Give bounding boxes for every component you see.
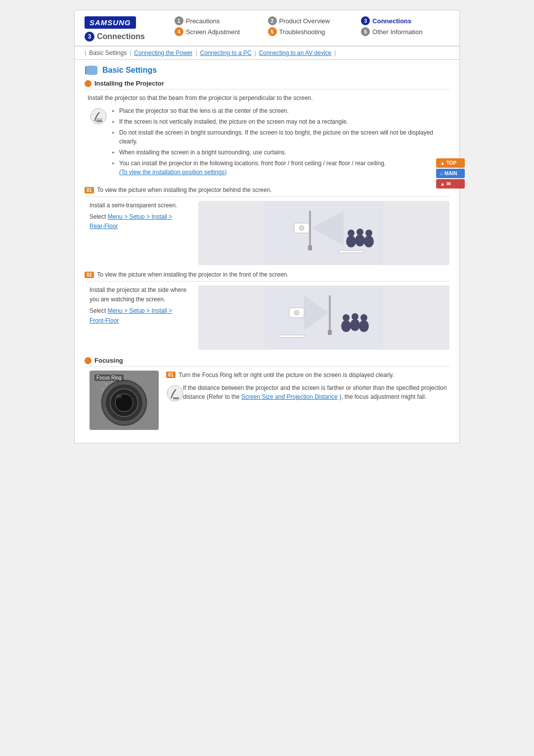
section-name: Connections — [97, 32, 145, 41]
installing-projector-title: Installing the Projector — [94, 80, 164, 87]
tip1-diagram — [198, 201, 449, 265]
nav-num-4: 4 — [175, 27, 183, 36]
nav-item-other-info[interactable]: 6 Other Information — [361, 27, 449, 36]
installing-projector-section: Installing the Projector Install the pro… — [85, 80, 449, 179]
focus-note-text: If the distance between the projector an… — [183, 383, 449, 401]
page-title: Basic Settings — [102, 66, 157, 75]
breadcrumb-sep-end: | — [334, 49, 336, 56]
tip1-badge: 01 — [85, 187, 94, 193]
tip1-desc-line1: Install a semi-transparent screen. — [89, 201, 188, 210]
tip2-desc-line1: Install the projector at the side where … — [89, 285, 188, 304]
tip1-content: Install a semi-transparent screen. Selec… — [89, 201, 449, 265]
focusing-section: Focusing Focus Ring — [85, 357, 449, 430]
installing-projector-header: Installing the Projector — [85, 80, 449, 90]
breadcrumb-basic-settings[interactable]: Basic Settings — [89, 49, 127, 56]
nav-label-4: Screen Adjustment — [186, 28, 240, 36]
focus-tip-main: 01 Turn the Focus Ring left or right unt… — [166, 371, 449, 379]
nav-item-connections[interactable]: 3 Connections — [361, 16, 449, 25]
screen-size-link[interactable]: Screen Size and Projection Distance — [241, 393, 338, 400]
tip1-header-text: To view the picture when installing the … — [97, 186, 272, 194]
svg-rect-17 — [329, 295, 331, 330]
tip2-header-text: To view the picture when installing the … — [97, 270, 289, 279]
nav-item-screen-adjustment[interactable]: 4 Screen Adjustment — [175, 27, 263, 36]
instruction-3: Do not install the screen in bright surr… — [112, 128, 449, 146]
breadcrumb-connecting-power[interactable]: Connecting the Power — [134, 49, 192, 56]
tip2-badge: 02 — [85, 272, 94, 278]
tip2-section: 02 To view the picture when installing t… — [85, 270, 449, 350]
nav-label-5: Troubleshooting — [279, 28, 325, 36]
svg-rect-15 — [339, 250, 363, 253]
svg-point-9 — [348, 230, 355, 236]
svg-rect-36 — [173, 397, 179, 399]
svg-point-10 — [355, 235, 365, 246]
section-number: 3 — [85, 32, 94, 42]
breadcrumb: | Basic Settings | Connecting the Power … — [75, 46, 459, 60]
top-button[interactable]: ▲ TOP — [436, 158, 465, 168]
svg-point-7 — [299, 226, 304, 231]
header: SAMSUNG 3 Connections 1 Precautions 2 Pr… — [75, 10, 459, 46]
breadcrumb-sep-3: | — [255, 49, 256, 56]
svg-point-13 — [365, 230, 372, 236]
installation-position-link[interactable]: (To view the installation position setti… — [119, 169, 226, 176]
svg-point-20 — [294, 310, 299, 315]
instruction-5: You can install the projector in the fol… — [112, 159, 449, 177]
nav-label-2: Product Overview — [279, 17, 330, 25]
tip2-description: Install the projector at the side where … — [89, 285, 188, 350]
nav-num-1: 1 — [175, 16, 183, 25]
nav-num-3: 3 — [361, 16, 370, 25]
svg-point-11 — [356, 229, 363, 236]
check-icon — [89, 107, 107, 125]
nav-label-3: Connections — [372, 17, 411, 25]
svg-point-8 — [346, 236, 356, 247]
svg-rect-4 — [309, 211, 311, 245]
focus-main-text: Turn the Focus Ring left or right until … — [178, 371, 394, 379]
breadcrumb-sep-start: | — [85, 49, 86, 56]
svg-rect-2 — [94, 118, 102, 121]
instruction-list: Place the projector so that the lens is … — [112, 106, 449, 179]
main-content: Basic Settings Installing the Projector … — [75, 60, 459, 443]
breadcrumb-sep-2: | — [195, 49, 197, 56]
svg-point-21 — [341, 320, 351, 332]
nav-num-2: 2 — [268, 16, 277, 25]
page-title-bar: Basic Settings — [85, 65, 449, 76]
tip2-content: Install the projector at the side where … — [89, 285, 449, 350]
tip1-section: 01 To view the picture when installing t… — [85, 186, 449, 265]
nav-item-troubleshooting[interactable]: 5 Troubleshooting — [268, 27, 356, 36]
nav-item-precautions[interactable]: 1 Precautions — [175, 16, 263, 25]
tip1-desc-line2: Select Menu > Setup > Install > Rear-Flo… — [89, 212, 188, 231]
focus-tip-badge: 01 — [166, 372, 176, 378]
svg-rect-28 — [279, 335, 304, 337]
floating-buttons: ▲ TOP ⌂ MAIN ▲ ✉ — [436, 158, 465, 189]
nav-label-6: Other Information — [372, 28, 422, 36]
focus-tip-note: If the distance between the projector an… — [166, 383, 449, 401]
tip2-header: 02 To view the picture when installing t… — [85, 270, 449, 282]
breadcrumb-connecting-av[interactable]: Connecting to an AV device — [259, 49, 332, 56]
svg-point-26 — [360, 314, 367, 321]
instruction-1: Place the projector so that the lens is … — [112, 106, 449, 115]
focus-content: Focus Ring — [89, 371, 449, 430]
svg-rect-27 — [328, 330, 332, 335]
current-section-label: 3 Connections — [85, 32, 145, 42]
focusing-dot-icon — [85, 357, 91, 364]
breadcrumb-sep-1: | — [130, 49, 131, 56]
main-button[interactable]: ⌂ MAIN — [436, 169, 465, 178]
email-button[interactable]: ▲ ✉ — [436, 179, 465, 189]
nav-item-product-overview[interactable]: 2 Product Overview — [268, 16, 356, 25]
nav-grid: 1 Precautions 2 Product Overview 3 Conne… — [175, 16, 449, 36]
breadcrumb-connecting-pc[interactable]: Connecting to a PC — [200, 49, 252, 56]
tip2-diagram — [198, 285, 449, 350]
nav-num-6: 6 — [361, 27, 370, 36]
focusing-header: Focusing — [85, 357, 449, 367]
svg-point-12 — [364, 236, 374, 247]
orange-dot-icon — [85, 80, 91, 87]
nav-num-5: 5 — [268, 27, 277, 36]
tip1-description: Install a semi-transparent screen. Selec… — [89, 201, 188, 265]
focusing-title: Focusing — [94, 357, 123, 364]
focus-ring-image: Focus Ring — [89, 371, 159, 430]
svg-point-34 — [116, 394, 122, 398]
focus-check-icon — [166, 384, 180, 398]
instruction-4: When installing the screen in a bright s… — [112, 148, 449, 157]
focus-instructions: 01 Turn the Focus Ring left or right unt… — [166, 371, 449, 430]
page-title-icon — [85, 65, 98, 76]
svg-rect-14 — [308, 245, 312, 250]
